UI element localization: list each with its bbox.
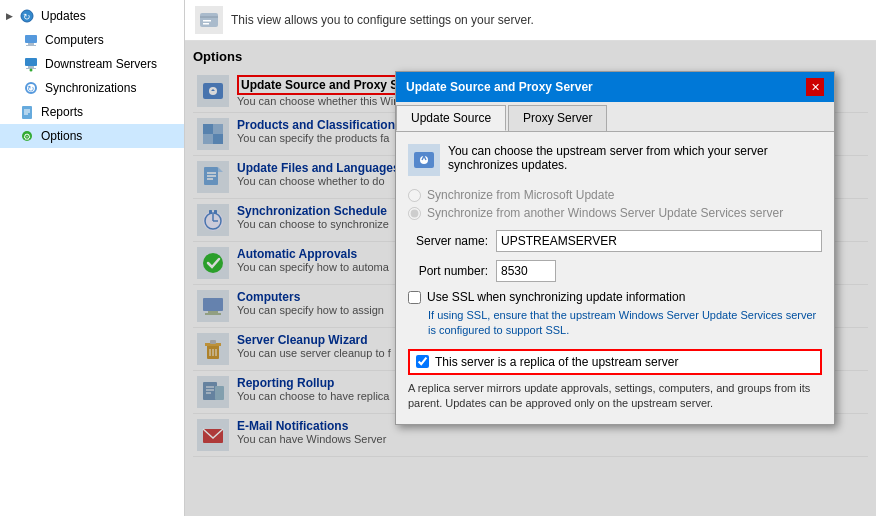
updates-icon: ↻ [18,7,36,25]
modal-desc-text: You can choose the upstream server from … [448,144,822,172]
options-label: Options [41,129,82,143]
radio-other-label: Synchronize from another Windows Server … [427,206,783,220]
sidebar-item-updates[interactable]: ▶ ↻ Updates [0,4,184,28]
server-name-row: Server name: [408,230,822,252]
sidebar-item-computers[interactable]: Computers [0,28,184,52]
svg-rect-3 [28,43,34,45]
server-name-input[interactable] [496,230,822,252]
downstream-label: Downstream Servers [45,57,157,71]
sidebar-item-downstream[interactable]: Downstream Servers [0,52,184,76]
server-name-label: Server name: [408,234,488,248]
modal-dialog: Update Source and Proxy Server ✕ Update … [395,71,835,425]
options-icon: ⚙ [18,127,36,145]
replica-label: This server is a replica of the upstream… [435,355,678,369]
computers-label: Computers [45,33,104,47]
svg-point-8 [30,69,33,72]
modal-title: Update Source and Proxy Server [406,80,593,94]
replica-checkbox-row: This server is a replica of the upstream… [408,349,822,375]
radio-microsoft: Synchronize from Microsoft Update [408,188,822,202]
port-number-row: Port number: [408,260,822,282]
expand-arrow: ▶ [6,11,16,21]
svg-text:⚙: ⚙ [23,132,31,142]
modal-body: You can choose the upstream server from … [396,132,834,424]
info-text: This view allows you to configure settin… [231,13,534,27]
tab-update-source[interactable]: Update Source [396,105,506,131]
port-label: Port number: [408,264,488,278]
svg-rect-20 [203,23,209,25]
radio-group: Synchronize from Microsoft Update Synchr… [408,188,822,220]
svg-text:↻: ↻ [27,84,35,94]
sync-icon: ↻ [22,79,40,97]
svg-rect-19 [203,20,211,22]
ssl-note: If using SSL, ensure that the upstream W… [428,308,822,339]
updates-label: Updates [41,9,86,23]
radio-other: Synchronize from another Windows Server … [408,206,822,220]
replica-checkbox[interactable] [416,355,429,368]
tab-proxy-server[interactable]: Proxy Server [508,105,607,131]
svg-rect-5 [25,58,37,66]
reports-icon [18,103,36,121]
svg-rect-6 [28,66,34,68]
radio-other-input[interactable] [408,207,421,220]
sync-label: Synchronizations [45,81,136,95]
ssl-checkbox-row: Use SSL when synchronizing update inform… [408,290,822,304]
radio-microsoft-input[interactable] [408,189,421,202]
port-input[interactable] [496,260,556,282]
modal-title-bar: Update Source and Proxy Server ✕ [396,72,834,102]
reports-label: Reports [41,105,83,119]
info-bar: This view allows you to configure settin… [185,0,876,41]
info-icon [195,6,223,34]
modal-tabs: Update Source Proxy Server [396,102,834,132]
replica-note: A replica server mirrors update approval… [408,381,822,412]
sidebar-item-reports[interactable]: Reports [0,100,184,124]
computers-icon [22,31,40,49]
main-content: This view allows you to configure settin… [185,0,876,516]
sidebar: ▶ ↻ Updates Computers Downstream Servers… [0,0,185,516]
sidebar-item-options[interactable]: ⚙ Options [0,124,184,148]
ssl-checkbox[interactable] [408,291,421,304]
downstream-icon [22,55,40,73]
modal-overlay: Update Source and Proxy Server ✕ Update … [185,41,876,516]
svg-rect-2 [25,35,37,43]
modal-desc-icon [408,144,440,176]
radio-microsoft-label: Synchronize from Microsoft Update [427,188,614,202]
modal-description: You can choose the upstream server from … [408,144,822,176]
content-area: Options Update Source and Proxy Server Y… [185,41,876,516]
sidebar-item-sync[interactable]: ↻ Synchronizations [0,76,184,100]
svg-rect-4 [26,45,36,46]
modal-close-button[interactable]: ✕ [806,78,824,96]
ssl-label: Use SSL when synchronizing update inform… [427,290,685,304]
svg-text:↻: ↻ [23,12,31,22]
